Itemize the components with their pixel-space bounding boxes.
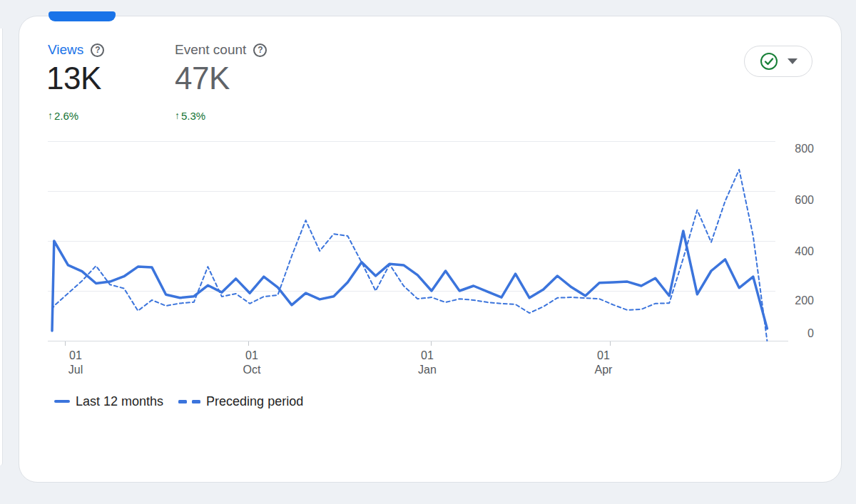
series-preceding-period (52, 170, 767, 341)
y-axis-label: 0 (783, 328, 814, 339)
analytics-chart-card: Views ? Event count ? 13K 47K ↑ 2.6% ↑ 5… (19, 16, 842, 483)
help-icon[interactable]: ? (253, 43, 267, 57)
y-axis-label: 200 (783, 295, 814, 307)
legend-item-last-12-months: Last 12 months (54, 393, 163, 410)
event-count-delta-value: 5.3% (181, 108, 205, 123)
event-count-value: 47K (175, 61, 230, 96)
arrow-up-icon: ↑ (175, 108, 180, 123)
series-last-12-months (52, 231, 767, 331)
views-delta: ↑ 2.6% (48, 108, 78, 123)
check-circle-icon (760, 52, 778, 71)
metric-event-count-header[interactable]: Event count ? (175, 41, 267, 58)
x-axis-label-oct: 01 Oct (230, 349, 273, 377)
legend-label: Preceding period (206, 393, 303, 410)
active-tab-indicator (49, 11, 116, 21)
views-value: 13K (46, 61, 101, 96)
legend-item-preceding-period: Preceding period (163, 393, 303, 410)
y-axis-label: 400 (783, 246, 814, 257)
legend-label: Last 12 months (76, 393, 163, 410)
metric-views-header[interactable]: Views ? (48, 41, 104, 58)
y-axis-label: 600 (783, 195, 814, 206)
views-delta-value: 2.6% (54, 108, 78, 123)
y-axis-label: 800 (783, 143, 814, 155)
views-label: Views (48, 41, 83, 58)
x-axis-label-apr: 01 Apr (582, 349, 625, 377)
caret-down-icon (788, 58, 798, 64)
arrow-up-icon: ↑ (48, 108, 53, 123)
adjacent-card-edge (0, 29, 3, 466)
chart-legend: Last 12 months Preceding period (54, 393, 303, 410)
x-axis-label-jul: 01 Jul (54, 349, 97, 377)
dashed-line-swatch-icon (178, 400, 200, 403)
event-count-label: Event count (175, 41, 246, 58)
solid-line-swatch-icon (54, 400, 70, 403)
x-axis-label-jan: 01 Jan (406, 349, 449, 377)
data-quality-button[interactable] (744, 46, 812, 77)
event-count-delta: ↑ 5.3% (175, 108, 205, 123)
line-chart-plot-area[interactable] (48, 130, 794, 347)
help-icon[interactable]: ? (91, 43, 104, 57)
